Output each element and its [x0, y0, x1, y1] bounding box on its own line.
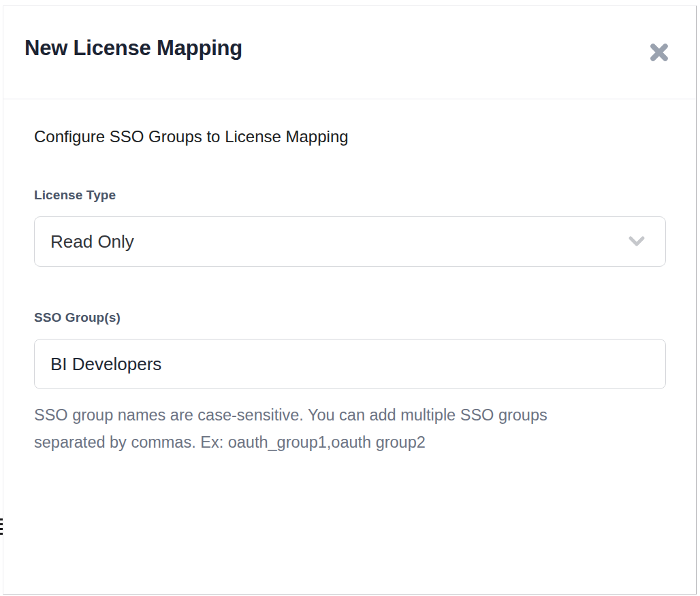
- new-license-mapping-dialog: New License Mapping Configure SSO Groups…: [3, 5, 697, 595]
- close-icon: [648, 42, 670, 63]
- dialog-header: New License Mapping: [3, 6, 696, 99]
- sso-groups-input[interactable]: [34, 339, 666, 389]
- sso-groups-help-text: SSO group names are case-sensitive. You …: [34, 401, 613, 456]
- license-type-label: License Type: [34, 188, 116, 203]
- close-button[interactable]: [646, 39, 673, 66]
- license-type-selected-value: Read Only: [35, 231, 134, 252]
- dialog-body: Configure SSO Groups to License Mapping …: [3, 99, 696, 594]
- license-type-select[interactable]: Read Only: [34, 216, 666, 267]
- sso-groups-label: SSO Group(s): [34, 310, 121, 325]
- dialog-title: New License Mapping: [25, 36, 242, 61]
- section-heading: Configure SSO Groups to License Mapping: [34, 127, 349, 146]
- chevron-down-icon: [626, 231, 648, 252]
